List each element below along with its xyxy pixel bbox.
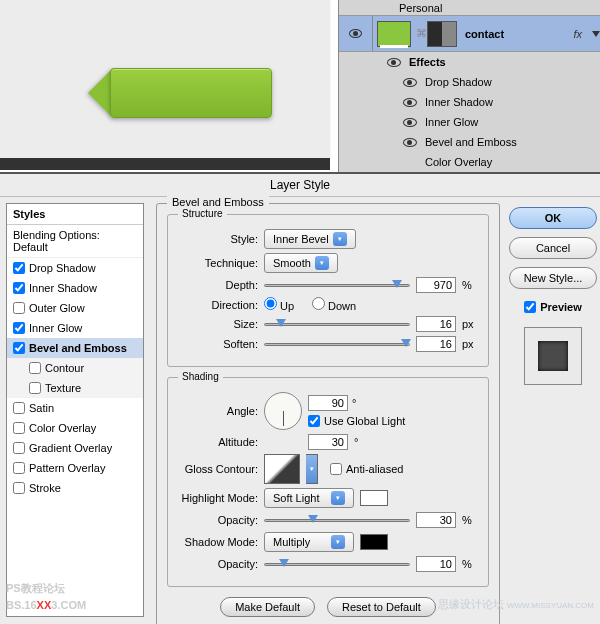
fx-badge[interactable]: fx — [573, 28, 582, 40]
style-row-outer-glow[interactable]: Outer Glow — [7, 298, 143, 318]
style-checkbox[interactable] — [13, 282, 25, 294]
styles-list: Styles Blending Options: Default Drop Sh… — [6, 203, 144, 617]
style-checkbox[interactable] — [13, 442, 25, 454]
shadow-opacity-input[interactable] — [416, 556, 456, 572]
visibility-icon[interactable] — [403, 118, 417, 127]
shadow-color-swatch[interactable] — [360, 534, 388, 550]
style-checkbox[interactable] — [13, 462, 25, 474]
watermark-left: PS教程论坛BS.16XX3.COM — [6, 579, 86, 612]
style-checkbox[interactable] — [13, 262, 25, 274]
style-label: Drop Shadow — [29, 262, 96, 274]
style-row-drop-shadow[interactable]: Drop Shadow — [7, 258, 143, 278]
global-light-checkbox[interactable]: Use Global Light — [308, 415, 405, 427]
visibility-icon[interactable] — [403, 98, 417, 107]
layer-group-personal[interactable]: Personal — [339, 0, 600, 16]
layer-name: contact — [465, 28, 504, 40]
dialog-title: Layer Style — [0, 174, 600, 197]
visibility-icon[interactable] — [403, 78, 417, 87]
style-checkbox[interactable] — [13, 422, 25, 434]
style-select[interactable]: Inner Bevel▾ — [264, 229, 356, 249]
blending-options[interactable]: Blending Options: Default — [7, 225, 143, 258]
style-checkbox[interactable] — [13, 342, 25, 354]
layer-style-dialog: Layer Style Styles Blending Options: Def… — [0, 172, 600, 624]
gloss-caret-icon[interactable]: ▾ — [306, 454, 318, 484]
effect-inner-shadow[interactable]: Inner Shadow — [339, 92, 600, 112]
angle-control[interactable] — [264, 392, 302, 430]
new-style-button[interactable]: New Style... — [509, 267, 597, 289]
style-row-contour[interactable]: Contour — [7, 358, 143, 378]
style-label: Color Overlay — [29, 422, 96, 434]
soften-slider[interactable] — [264, 337, 410, 351]
ok-button[interactable]: OK — [509, 207, 597, 229]
style-label: Outer Glow — [29, 302, 85, 314]
effect-color-overlay[interactable]: Color Overlay — [339, 152, 600, 172]
technique-select[interactable]: Smooth▾ — [264, 253, 338, 273]
style-row-satin[interactable]: Satin — [7, 398, 143, 418]
gloss-contour-picker[interactable] — [264, 454, 300, 484]
highlight-color-swatch[interactable] — [360, 490, 388, 506]
layer-row-contact[interactable]: ⌘ contact fx — [339, 16, 600, 52]
layers-panel: Personal ⌘ contact fx Effects Drop Shado… — [338, 0, 600, 172]
style-row-stroke[interactable]: Stroke — [7, 478, 143, 498]
style-label: Contour — [45, 362, 84, 374]
style-label: Texture — [45, 382, 81, 394]
structure-group: Structure Style: Inner Bevel▾ Technique:… — [167, 214, 489, 367]
direction-up-radio[interactable]: Up — [264, 297, 294, 312]
highlight-opacity-input[interactable] — [416, 512, 456, 528]
watermark-right: 思缘设计论坛 WWW.MISSYUAN.COM — [438, 597, 594, 612]
layer-mask-thumb — [427, 21, 457, 47]
style-row-texture[interactable]: Texture — [7, 378, 143, 398]
arrow-shape — [88, 68, 272, 118]
altitude-input[interactable] — [308, 434, 348, 450]
style-label: Gradient Overlay — [29, 442, 112, 454]
direction-down-radio[interactable]: Down — [312, 297, 356, 312]
link-icon: ⌘ — [415, 27, 427, 41]
effect-bevel-emboss[interactable]: Bevel and Emboss — [339, 132, 600, 152]
style-checkbox[interactable] — [13, 302, 25, 314]
size-slider[interactable] — [264, 317, 410, 331]
style-row-bevel-and-emboss[interactable]: Bevel and Emboss — [7, 338, 143, 358]
effect-drop-shadow[interactable]: Drop Shadow — [339, 72, 600, 92]
style-row-inner-glow[interactable]: Inner Glow — [7, 318, 143, 338]
style-row-gradient-overlay[interactable]: Gradient Overlay — [7, 438, 143, 458]
make-default-button[interactable]: Make Default — [220, 597, 315, 617]
select-caret-icon: ▾ — [333, 232, 347, 246]
visibility-icon[interactable] — [387, 58, 401, 67]
angle-input[interactable] — [308, 395, 348, 411]
style-label: Stroke — [29, 482, 61, 494]
cancel-button[interactable]: Cancel — [509, 237, 597, 259]
shadow-opacity-slider[interactable] — [264, 557, 410, 571]
select-caret-icon: ▾ — [331, 535, 345, 549]
effects-header[interactable]: Effects — [339, 52, 600, 72]
style-checkbox[interactable] — [29, 362, 41, 374]
style-checkbox[interactable] — [13, 482, 25, 494]
style-checkbox[interactable] — [29, 382, 41, 394]
reset-default-button[interactable]: Reset to Default — [327, 597, 436, 617]
style-row-inner-shadow[interactable]: Inner Shadow — [7, 278, 143, 298]
visibility-icon[interactable] — [403, 138, 417, 147]
size-input[interactable] — [416, 316, 456, 332]
depth-input[interactable] — [416, 277, 456, 293]
depth-slider[interactable] — [264, 278, 410, 292]
shadow-mode-select[interactable]: Multiply▾ — [264, 532, 354, 552]
style-row-pattern-overlay[interactable]: Pattern Overlay — [7, 458, 143, 478]
style-checkbox[interactable] — [13, 402, 25, 414]
style-checkbox[interactable] — [13, 322, 25, 334]
highlight-opacity-slider[interactable] — [264, 513, 410, 527]
style-label: Inner Glow — [29, 322, 82, 334]
highlight-mode-select[interactable]: Soft Light▾ — [264, 488, 354, 508]
group-title: Bevel and Emboss — [167, 196, 269, 208]
visibility-icon[interactable] — [349, 29, 362, 38]
styles-header[interactable]: Styles — [7, 204, 143, 225]
effect-inner-glow[interactable]: Inner Glow — [339, 112, 600, 132]
soften-input[interactable] — [416, 336, 456, 352]
style-row-color-overlay[interactable]: Color Overlay — [7, 418, 143, 438]
select-caret-icon: ▾ — [315, 256, 329, 270]
canvas-preview — [0, 0, 330, 158]
shading-group: Shading Angle: ° Use Global Light Altitu… — [167, 377, 489, 587]
fx-collapse-icon[interactable] — [592, 31, 600, 37]
preview-checkbox[interactable]: Preview — [524, 301, 582, 313]
preview-box — [524, 327, 582, 385]
style-label: Bevel and Emboss — [29, 342, 127, 354]
antialiased-checkbox[interactable]: Anti-aliased — [330, 463, 403, 475]
